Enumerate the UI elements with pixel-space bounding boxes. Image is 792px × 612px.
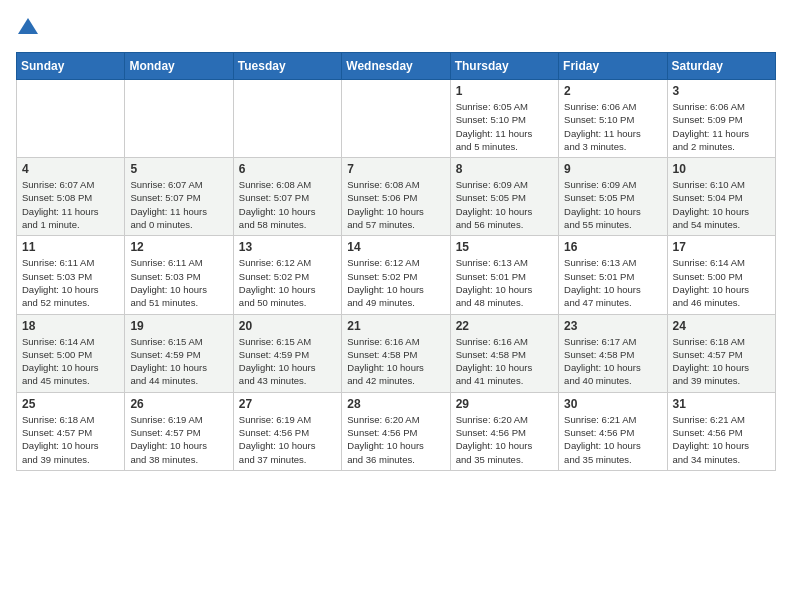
day-number: 7 xyxy=(347,162,444,176)
calendar-week-row: 25Sunrise: 6:18 AM Sunset: 4:57 PM Dayli… xyxy=(17,392,776,470)
day-content: Sunrise: 6:17 AM Sunset: 4:58 PM Dayligh… xyxy=(564,335,661,388)
weekday-header-saturday: Saturday xyxy=(667,53,775,80)
day-content: Sunrise: 6:07 AM Sunset: 5:08 PM Dayligh… xyxy=(22,178,119,231)
day-content: Sunrise: 6:10 AM Sunset: 5:04 PM Dayligh… xyxy=(673,178,770,231)
day-number: 12 xyxy=(130,240,227,254)
day-content: Sunrise: 6:07 AM Sunset: 5:07 PM Dayligh… xyxy=(130,178,227,231)
day-number: 13 xyxy=(239,240,336,254)
calendar-cell: 24Sunrise: 6:18 AM Sunset: 4:57 PM Dayli… xyxy=(667,314,775,392)
day-number: 16 xyxy=(564,240,661,254)
day-number: 21 xyxy=(347,319,444,333)
svg-marker-0 xyxy=(18,18,38,34)
day-content: Sunrise: 6:14 AM Sunset: 5:00 PM Dayligh… xyxy=(22,335,119,388)
day-content: Sunrise: 6:13 AM Sunset: 5:01 PM Dayligh… xyxy=(456,256,553,309)
day-number: 5 xyxy=(130,162,227,176)
calendar-cell: 21Sunrise: 6:16 AM Sunset: 4:58 PM Dayli… xyxy=(342,314,450,392)
calendar-cell: 29Sunrise: 6:20 AM Sunset: 4:56 PM Dayli… xyxy=(450,392,558,470)
day-content: Sunrise: 6:16 AM Sunset: 4:58 PM Dayligh… xyxy=(456,335,553,388)
day-content: Sunrise: 6:13 AM Sunset: 5:01 PM Dayligh… xyxy=(564,256,661,309)
calendar-cell: 30Sunrise: 6:21 AM Sunset: 4:56 PM Dayli… xyxy=(559,392,667,470)
calendar-cell xyxy=(342,80,450,158)
day-content: Sunrise: 6:18 AM Sunset: 4:57 PM Dayligh… xyxy=(22,413,119,466)
calendar-week-row: 11Sunrise: 6:11 AM Sunset: 5:03 PM Dayli… xyxy=(17,236,776,314)
day-number: 14 xyxy=(347,240,444,254)
day-content: Sunrise: 6:19 AM Sunset: 4:57 PM Dayligh… xyxy=(130,413,227,466)
day-number: 19 xyxy=(130,319,227,333)
day-number: 27 xyxy=(239,397,336,411)
calendar-cell: 4Sunrise: 6:07 AM Sunset: 5:08 PM Daylig… xyxy=(17,158,125,236)
calendar-cell: 18Sunrise: 6:14 AM Sunset: 5:00 PM Dayli… xyxy=(17,314,125,392)
weekday-header-friday: Friday xyxy=(559,53,667,80)
day-content: Sunrise: 6:08 AM Sunset: 5:06 PM Dayligh… xyxy=(347,178,444,231)
calendar-cell: 7Sunrise: 6:08 AM Sunset: 5:06 PM Daylig… xyxy=(342,158,450,236)
day-content: Sunrise: 6:05 AM Sunset: 5:10 PM Dayligh… xyxy=(456,100,553,153)
day-number: 3 xyxy=(673,84,770,98)
day-number: 2 xyxy=(564,84,661,98)
day-number: 6 xyxy=(239,162,336,176)
day-content: Sunrise: 6:21 AM Sunset: 4:56 PM Dayligh… xyxy=(673,413,770,466)
day-number: 11 xyxy=(22,240,119,254)
day-number: 22 xyxy=(456,319,553,333)
calendar-cell xyxy=(125,80,233,158)
day-content: Sunrise: 6:11 AM Sunset: 5:03 PM Dayligh… xyxy=(130,256,227,309)
calendar-cell: 3Sunrise: 6:06 AM Sunset: 5:09 PM Daylig… xyxy=(667,80,775,158)
calendar-cell: 1Sunrise: 6:05 AM Sunset: 5:10 PM Daylig… xyxy=(450,80,558,158)
logo xyxy=(16,16,44,40)
day-content: Sunrise: 6:15 AM Sunset: 4:59 PM Dayligh… xyxy=(239,335,336,388)
calendar-cell: 16Sunrise: 6:13 AM Sunset: 5:01 PM Dayli… xyxy=(559,236,667,314)
calendar-week-row: 18Sunrise: 6:14 AM Sunset: 5:00 PM Dayli… xyxy=(17,314,776,392)
day-content: Sunrise: 6:06 AM Sunset: 5:09 PM Dayligh… xyxy=(673,100,770,153)
day-number: 4 xyxy=(22,162,119,176)
logo-icon xyxy=(16,16,40,40)
day-number: 31 xyxy=(673,397,770,411)
day-content: Sunrise: 6:20 AM Sunset: 4:56 PM Dayligh… xyxy=(347,413,444,466)
weekday-header-monday: Monday xyxy=(125,53,233,80)
day-number: 15 xyxy=(456,240,553,254)
calendar-cell: 26Sunrise: 6:19 AM Sunset: 4:57 PM Dayli… xyxy=(125,392,233,470)
calendar-cell: 17Sunrise: 6:14 AM Sunset: 5:00 PM Dayli… xyxy=(667,236,775,314)
day-content: Sunrise: 6:12 AM Sunset: 5:02 PM Dayligh… xyxy=(347,256,444,309)
calendar-cell: 31Sunrise: 6:21 AM Sunset: 4:56 PM Dayli… xyxy=(667,392,775,470)
calendar-week-row: 4Sunrise: 6:07 AM Sunset: 5:08 PM Daylig… xyxy=(17,158,776,236)
calendar-cell xyxy=(17,80,125,158)
calendar-table: SundayMondayTuesdayWednesdayThursdayFrid… xyxy=(16,52,776,471)
day-content: Sunrise: 6:14 AM Sunset: 5:00 PM Dayligh… xyxy=(673,256,770,309)
day-content: Sunrise: 6:20 AM Sunset: 4:56 PM Dayligh… xyxy=(456,413,553,466)
calendar-cell xyxy=(233,80,341,158)
calendar-cell: 25Sunrise: 6:18 AM Sunset: 4:57 PM Dayli… xyxy=(17,392,125,470)
calendar-cell: 13Sunrise: 6:12 AM Sunset: 5:02 PM Dayli… xyxy=(233,236,341,314)
calendar-cell: 9Sunrise: 6:09 AM Sunset: 5:05 PM Daylig… xyxy=(559,158,667,236)
day-content: Sunrise: 6:12 AM Sunset: 5:02 PM Dayligh… xyxy=(239,256,336,309)
calendar-cell: 27Sunrise: 6:19 AM Sunset: 4:56 PM Dayli… xyxy=(233,392,341,470)
day-number: 24 xyxy=(673,319,770,333)
day-content: Sunrise: 6:09 AM Sunset: 5:05 PM Dayligh… xyxy=(456,178,553,231)
calendar-cell: 15Sunrise: 6:13 AM Sunset: 5:01 PM Dayli… xyxy=(450,236,558,314)
calendar-cell: 28Sunrise: 6:20 AM Sunset: 4:56 PM Dayli… xyxy=(342,392,450,470)
calendar-cell: 22Sunrise: 6:16 AM Sunset: 4:58 PM Dayli… xyxy=(450,314,558,392)
calendar-cell: 23Sunrise: 6:17 AM Sunset: 4:58 PM Dayli… xyxy=(559,314,667,392)
day-number: 17 xyxy=(673,240,770,254)
day-content: Sunrise: 6:11 AM Sunset: 5:03 PM Dayligh… xyxy=(22,256,119,309)
day-number: 28 xyxy=(347,397,444,411)
calendar-cell: 8Sunrise: 6:09 AM Sunset: 5:05 PM Daylig… xyxy=(450,158,558,236)
day-number: 10 xyxy=(673,162,770,176)
calendar-cell: 10Sunrise: 6:10 AM Sunset: 5:04 PM Dayli… xyxy=(667,158,775,236)
calendar-cell: 5Sunrise: 6:07 AM Sunset: 5:07 PM Daylig… xyxy=(125,158,233,236)
weekday-header-sunday: Sunday xyxy=(17,53,125,80)
calendar-cell: 14Sunrise: 6:12 AM Sunset: 5:02 PM Dayli… xyxy=(342,236,450,314)
day-number: 1 xyxy=(456,84,553,98)
calendar-cell: 2Sunrise: 6:06 AM Sunset: 5:10 PM Daylig… xyxy=(559,80,667,158)
day-number: 20 xyxy=(239,319,336,333)
day-content: Sunrise: 6:08 AM Sunset: 5:07 PM Dayligh… xyxy=(239,178,336,231)
calendar-cell: 6Sunrise: 6:08 AM Sunset: 5:07 PM Daylig… xyxy=(233,158,341,236)
day-content: Sunrise: 6:15 AM Sunset: 4:59 PM Dayligh… xyxy=(130,335,227,388)
day-content: Sunrise: 6:06 AM Sunset: 5:10 PM Dayligh… xyxy=(564,100,661,153)
weekday-header-wednesday: Wednesday xyxy=(342,53,450,80)
day-content: Sunrise: 6:18 AM Sunset: 4:57 PM Dayligh… xyxy=(673,335,770,388)
day-content: Sunrise: 6:09 AM Sunset: 5:05 PM Dayligh… xyxy=(564,178,661,231)
weekday-header-thursday: Thursday xyxy=(450,53,558,80)
day-content: Sunrise: 6:16 AM Sunset: 4:58 PM Dayligh… xyxy=(347,335,444,388)
weekday-header-tuesday: Tuesday xyxy=(233,53,341,80)
calendar-cell: 11Sunrise: 6:11 AM Sunset: 5:03 PM Dayli… xyxy=(17,236,125,314)
calendar-week-row: 1Sunrise: 6:05 AM Sunset: 5:10 PM Daylig… xyxy=(17,80,776,158)
